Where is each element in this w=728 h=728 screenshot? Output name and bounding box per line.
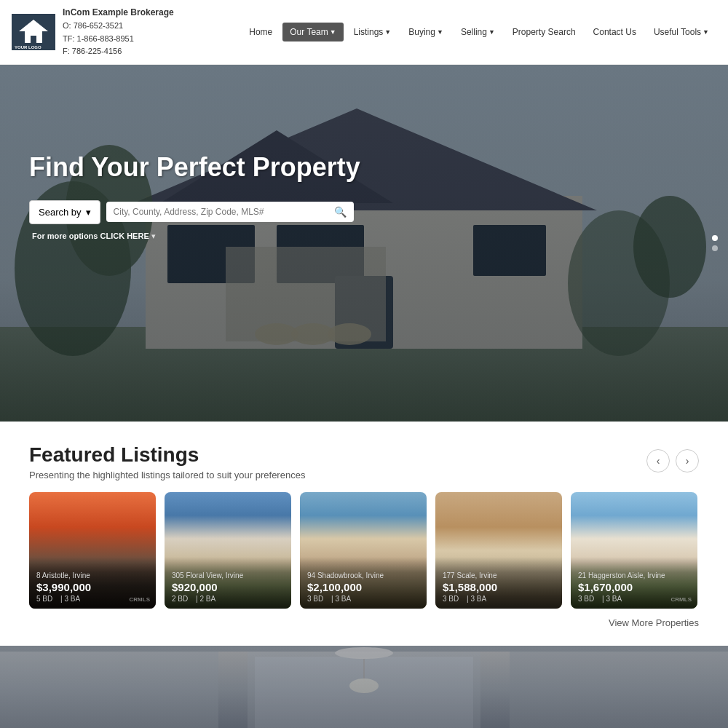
listing-info: 94 Shadowbrook, Irvine $2,100,000 3 BD |… — [300, 557, 427, 609]
brokerage-info: InCom Example Brokerage O: 786-652-3521 … — [63, 6, 174, 58]
bottom-interior-section — [0, 646, 728, 728]
listing-address: 305 Floral View, Irvine — [172, 571, 284, 579]
listing-price: $1,670,000 — [578, 581, 690, 593]
nav-listings[interactable]: Listings ▼ — [347, 23, 399, 41]
listing-baths: 3 BA — [335, 595, 351, 603]
hero-dot-1[interactable] — [712, 235, 718, 241]
search-by-label: Search by — [39, 207, 82, 218]
hero-content: Find Your Perfect Property Search by ▾ 🔍… — [0, 65, 728, 263]
chevron-down-icon: ▼ — [384, 28, 391, 36]
chevron-down-icon: ▾ — [86, 207, 91, 218]
nav-property-search[interactable]: Property Search — [505, 23, 583, 41]
brokerage-name: InCom Example Brokerage — [63, 6, 174, 20]
nav-buying[interactable]: Buying ▼ — [401, 23, 451, 41]
phone-o: O: 786-652-3521 — [63, 20, 174, 33]
featured-header: Featured Listings Presenting the highlig… — [29, 443, 699, 480]
interior-image — [0, 646, 728, 728]
featured-title: Featured Listings — [29, 443, 305, 467]
nav-home[interactable]: Home — [242, 23, 280, 41]
chevron-down-icon: ▼ — [437, 28, 443, 36]
listing-baths: 2 BA — [199, 595, 215, 603]
listing-card[interactable]: 8 Aristotle, Irvine $3,990,000 5 BD | 3 … — [29, 492, 156, 609]
listing-card[interactable]: 94 Shadowbrook, Irvine $2,100,000 3 BD |… — [300, 492, 427, 609]
nav-selling[interactable]: Selling ▼ — [454, 23, 502, 41]
search-input-wrap: 🔍 — [106, 202, 354, 222]
listing-details: 3 BD | 3 BA — [443, 595, 555, 603]
chevron-down-icon: ▼ — [703, 28, 709, 36]
logo-icon: YOUR LOGO — [12, 14, 55, 50]
listing-card[interactable]: 177 Scale, Irvine $1,588,000 3 BD | 3 BA — [435, 492, 562, 609]
more-options-text: For more options CLICK HERE ▾ — [32, 232, 699, 241]
listing-info: 177 Scale, Irvine $1,588,000 3 BD | 3 BA — [435, 557, 562, 609]
nav-useful-tools[interactable]: Useful Tools ▼ — [646, 23, 716, 41]
logo-area: YOUR LOGO InCom Example Brokerage O: 786… — [12, 6, 174, 58]
listing-price: $3,990,000 — [36, 581, 149, 593]
listings-grid: 8 Aristotle, Irvine $3,990,000 5 BD | 3 … — [29, 492, 699, 609]
svg-rect-34 — [0, 646, 728, 728]
featured-subtitle: Presenting the highlighted listings tail… — [29, 470, 305, 480]
listing-price: $2,100,000 — [307, 581, 419, 593]
listing-address: 177 Scale, Irvine — [443, 571, 555, 579]
listing-beds: 3 BD — [443, 595, 459, 603]
nav-our-team[interactable]: Our Team ▼ — [282, 23, 343, 41]
listing-info: 305 Floral View, Irvine $920,000 2 BD | … — [165, 557, 291, 609]
listing-baths: 3 BA — [606, 595, 622, 603]
search-input[interactable] — [114, 207, 334, 217]
listing-baths: 3 BA — [64, 595, 80, 603]
chevron-down-icon: ▼ — [330, 28, 336, 36]
listing-address: 8 Aristotle, Irvine — [36, 571, 149, 579]
phone-tf: TF: 1-866-883-8951 — [63, 33, 174, 46]
chevron-down-icon: ▼ — [488, 28, 495, 36]
listing-address: 21 Haggerston Aisle, Irvine — [578, 571, 690, 579]
phone-f: F: 786-225-4156 — [63, 45, 174, 58]
featured-listings-section: Featured Listings Presenting the highlig… — [0, 422, 728, 646]
listing-beds: 5 BD — [36, 595, 52, 603]
listing-address: 94 Shadowbrook, Irvine — [307, 571, 419, 579]
carousel-controls: ‹ › — [646, 443, 699, 472]
listing-card[interactable]: 21 Haggerston Aisle, Irvine $1,670,000 3… — [571, 492, 697, 609]
site-header: YOUR LOGO InCom Example Brokerage O: 786… — [0, 0, 728, 65]
search-by-button[interactable]: Search by ▾ — [29, 200, 100, 224]
listing-baths: 3 BA — [470, 595, 486, 603]
listing-beds: 2 BD — [172, 595, 188, 603]
listing-beds: 3 BD — [578, 595, 594, 603]
crmls-badge: CRMLS — [130, 596, 150, 603]
click-here-link[interactable]: CLICK HERE — [100, 232, 149, 240]
view-more-properties-link[interactable]: View More Properties — [29, 609, 699, 631]
listing-details: 2 BD | 2 BA — [172, 595, 284, 603]
listing-details: 3 BD | 3 BA — [307, 595, 419, 603]
svg-rect-3 — [31, 36, 36, 43]
carousel-prev-button[interactable]: ‹ — [646, 449, 670, 472]
search-button[interactable]: 🔍 — [334, 206, 347, 218]
listing-price: $1,588,000 — [443, 581, 555, 593]
crmls-badge: CRMLS — [671, 596, 692, 603]
interior-svg — [0, 646, 728, 728]
hero-dot-2[interactable] — [712, 245, 718, 251]
listing-beds: 3 BD — [307, 595, 323, 603]
search-bar: Search by ▾ 🔍 — [29, 200, 699, 224]
featured-title-wrap: Featured Listings Presenting the highlig… — [29, 443, 305, 480]
hero-title: Find Your Perfect Property — [29, 152, 699, 183]
main-nav: Home Our Team ▼ Listings ▼ Buying ▼ Sell… — [242, 23, 716, 41]
listing-card[interactable]: 305 Floral View, Irvine $920,000 2 BD | … — [165, 492, 291, 609]
svg-text:YOUR LOGO: YOUR LOGO — [15, 45, 41, 50]
hero-carousel-dots — [712, 235, 718, 251]
listing-price: $920,000 — [172, 581, 284, 593]
nav-contact-us[interactable]: Contact Us — [586, 23, 644, 41]
hero-section: Find Your Perfect Property Search by ▾ 🔍… — [0, 65, 728, 422]
carousel-next-button[interactable]: › — [676, 449, 699, 472]
